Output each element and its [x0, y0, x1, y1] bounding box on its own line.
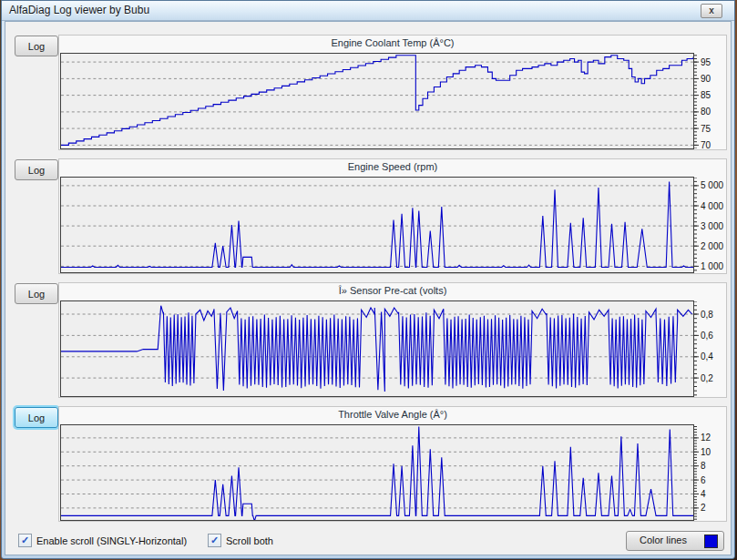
svg-text:80: 80 — [701, 107, 711, 117]
color-lines-label: Color lines — [640, 535, 687, 545]
lambda-yaxis: 0,80,60,40,2 — [694, 301, 725, 396]
svg-text:12: 12 — [701, 433, 711, 443]
log-button-lambda[interactable]: Log — [15, 283, 58, 304]
svg-text:4 000: 4 000 — [701, 201, 723, 211]
svg-text:8: 8 — [701, 461, 706, 471]
svg-text:85: 85 — [701, 90, 711, 100]
svg-text:95: 95 — [701, 57, 711, 67]
svg-text:10: 10 — [701, 447, 711, 457]
svg-text:2 000: 2 000 — [701, 241, 723, 251]
log-button-throttle[interactable]: Log — [15, 407, 58, 428]
svg-text:4: 4 — [701, 489, 706, 499]
svg-text:5 000: 5 000 — [701, 180, 723, 190]
bottom-bar: ✓ Enable scroll (SINGLY-Horizontal) ✓ Sc… — [5, 531, 731, 552]
color-lines-button[interactable]: Color lines — [626, 531, 724, 551]
log-button-rpm[interactable]: Log — [15, 159, 58, 180]
scroll-both-label: Scroll both — [226, 535, 273, 546]
throttle-plot[interactable] — [60, 424, 694, 521]
svg-text:90: 90 — [701, 74, 711, 84]
svg-text:2: 2 — [701, 503, 706, 513]
rpm-yaxis: 5 0004 0003 0002 0001 000 — [694, 178, 725, 272]
throttle-yaxis: 12108642 — [694, 425, 725, 520]
svg-text:0,4: 0,4 — [701, 351, 713, 361]
svg-text:0,6: 0,6 — [701, 331, 713, 341]
chart-panel-lambda: Î» Sensor Pre-cat (volts) 0,80,60,40,2 — [58, 282, 727, 398]
chart-panel-coolant: Engine Coolant Temp (Â°C) 959085807570 — [58, 35, 727, 150]
chart-title-lambda: Î» Sensor Pre-cat (volts) — [59, 283, 726, 300]
line-color-swatch — [704, 535, 718, 548]
log-button-coolant[interactable]: Log — [15, 36, 58, 56]
enable-scroll-label: Enable scroll (SINGLY-Horizontal) — [36, 535, 187, 546]
client-area: Log Log Log Log Engine Coolant Temp (Â°C… — [5, 21, 732, 555]
enable-scroll-checkbox[interactable]: ✓ Enable scroll (SINGLY-Horizontal) — [18, 534, 187, 547]
svg-text:0,2: 0,2 — [701, 373, 713, 383]
scroll-both-checkbox[interactable]: ✓ Scroll both — [208, 534, 273, 547]
svg-text:1 000: 1 000 — [701, 261, 723, 271]
close-button[interactable]: x — [701, 4, 722, 18]
chart-title-throttle: Throttle Valve Angle (Â°) — [59, 407, 726, 424]
svg-text:3 000: 3 000 — [701, 221, 723, 231]
checkbox-check-icon[interactable]: ✓ — [208, 534, 221, 547]
svg-text:75: 75 — [701, 124, 711, 134]
chart-panel-rpm: Engine Speed (rpm) 5 0004 0003 0002 0001… — [58, 158, 727, 274]
chart-title-coolant: Engine Coolant Temp (Â°C) — [59, 36, 726, 53]
svg-text:0,8: 0,8 — [701, 310, 713, 320]
close-icon: x — [709, 5, 714, 15]
rpm-plot[interactable] — [60, 177, 694, 273]
chart-title-rpm: Engine Speed (rpm) — [59, 159, 726, 177]
title-bar[interactable]: AlfaDiag Log viewer by Bubu x — [2, 1, 734, 21]
lambda-plot[interactable] — [60, 300, 694, 397]
app-window: AlfaDiag Log viewer by Bubu x Log Log Lo… — [1, 0, 735, 559]
svg-text:70: 70 — [701, 140, 711, 148]
chart-panel-throttle: Throttle Valve Angle (Â°) 12108642 — [58, 406, 727, 522]
coolant-yaxis: 959085807570 — [694, 54, 725, 148]
svg-text:6: 6 — [701, 475, 706, 485]
checkbox-check-icon[interactable]: ✓ — [18, 534, 32, 547]
coolant-plot[interactable] — [60, 53, 694, 149]
window-title: AlfaDiag Log viewer by Bubu — [9, 4, 149, 16]
